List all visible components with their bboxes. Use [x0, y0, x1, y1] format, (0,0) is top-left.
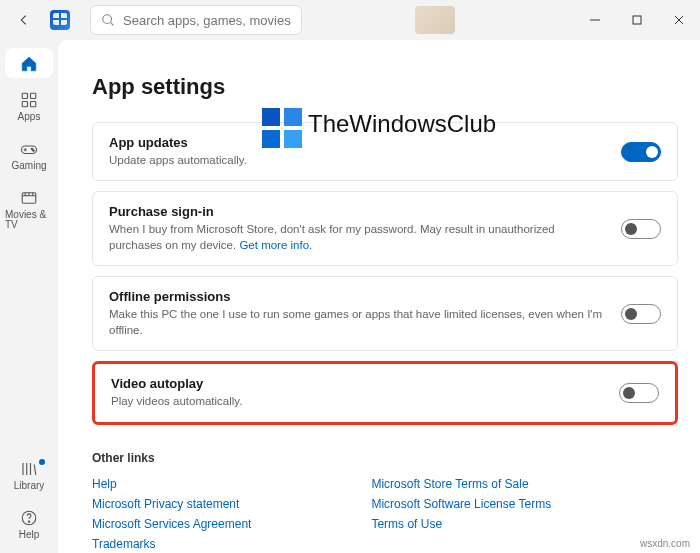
setting-offline-permissions: Offline permissions Make this PC the one…	[92, 276, 678, 351]
sidebar-item-label: Gaming	[11, 161, 46, 171]
svg-rect-3	[31, 93, 36, 98]
store-logo-icon	[46, 6, 74, 34]
app-updates-toggle[interactable]	[621, 142, 661, 162]
setting-title: Purchase sign-in	[109, 204, 605, 219]
svg-rect-2	[22, 93, 27, 98]
link-services-agreement[interactable]: Microsoft Services Agreement	[92, 517, 251, 531]
user-avatar[interactable]	[415, 6, 455, 34]
other-links-section: Other links Help Microsoft Privacy state…	[92, 451, 678, 551]
other-links-heading: Other links	[92, 451, 678, 465]
apps-icon	[20, 91, 38, 109]
sidebar-item-movies[interactable]: Movies & TV	[5, 182, 53, 235]
link-terms-sale[interactable]: Microsoft Store Terms of Sale	[371, 477, 551, 491]
home-icon	[20, 55, 38, 73]
sidebar-item-label: Movies & TV	[5, 210, 53, 230]
main-content: App settings App updates Update apps aut…	[58, 40, 700, 553]
svg-rect-1	[633, 16, 641, 24]
sidebar-item-label: Help	[19, 530, 40, 540]
svg-point-11	[28, 521, 29, 522]
setting-desc: When I buy from Microsoft Store, don't a…	[109, 221, 605, 253]
library-icon	[20, 460, 38, 478]
update-indicator-icon	[39, 459, 45, 465]
close-button[interactable]	[658, 0, 700, 40]
sidebar-item-apps[interactable]: Apps	[5, 84, 53, 127]
gaming-icon	[20, 140, 38, 158]
link-trademarks[interactable]: Trademarks	[92, 537, 251, 551]
search-icon	[101, 13, 115, 27]
setting-desc: Make this PC the one I use to run some g…	[109, 306, 605, 338]
sidebar-item-help[interactable]: Help	[5, 502, 53, 545]
svg-rect-4	[22, 102, 27, 107]
get-more-info-link[interactable]: Get more info.	[239, 239, 312, 251]
page-title: App settings	[92, 74, 678, 100]
sidebar-item-label: Library	[14, 481, 45, 491]
setting-purchase-signin: Purchase sign-in When I buy from Microso…	[92, 191, 678, 266]
sidebar-item-home[interactable]	[5, 48, 53, 78]
svg-rect-5	[31, 102, 36, 107]
offline-permissions-toggle[interactable]	[621, 304, 661, 324]
sidebar-item-gaming[interactable]: Gaming	[5, 133, 53, 176]
window-controls	[574, 0, 700, 40]
sidebar-item-library[interactable]: Library	[5, 453, 53, 496]
links-col-left: Help Microsoft Privacy statement Microso…	[92, 477, 251, 551]
purchase-signin-toggle[interactable]	[621, 219, 661, 239]
search-bar[interactable]	[90, 5, 302, 35]
setting-title: Video autoplay	[111, 376, 603, 391]
setting-title: Offline permissions	[109, 289, 605, 304]
minimize-button[interactable]	[574, 0, 616, 40]
link-help[interactable]: Help	[92, 477, 251, 491]
setting-desc: Play videos automatically.	[111, 393, 603, 409]
setting-title: App updates	[109, 135, 605, 150]
title-bar	[0, 0, 700, 40]
watermark-corner: wsxdn.com	[640, 538, 690, 549]
setting-video-autoplay: Video autoplay Play videos automatically…	[92, 361, 678, 424]
movies-icon	[20, 189, 38, 207]
video-autoplay-toggle[interactable]	[619, 383, 659, 403]
search-input[interactable]	[123, 13, 291, 28]
maximize-button[interactable]	[616, 0, 658, 40]
link-privacy[interactable]: Microsoft Privacy statement	[92, 497, 251, 511]
title-bar-left	[0, 5, 302, 35]
setting-desc: Update apps automatically.	[109, 152, 605, 168]
sidebar-item-label: Apps	[18, 112, 41, 122]
svg-point-0	[103, 15, 112, 24]
help-icon	[20, 509, 38, 527]
links-col-right: Microsoft Store Terms of Sale Microsoft …	[371, 477, 551, 551]
link-terms-use[interactable]: Terms of Use	[371, 517, 551, 531]
back-button[interactable]	[10, 6, 38, 34]
link-license-terms[interactable]: Microsoft Software License Terms	[371, 497, 551, 511]
svg-point-8	[33, 150, 35, 152]
sidebar: Apps Gaming Movies & TV Library Help	[0, 40, 58, 553]
svg-point-7	[31, 148, 33, 150]
setting-app-updates: App updates Update apps automatically.	[92, 122, 678, 181]
